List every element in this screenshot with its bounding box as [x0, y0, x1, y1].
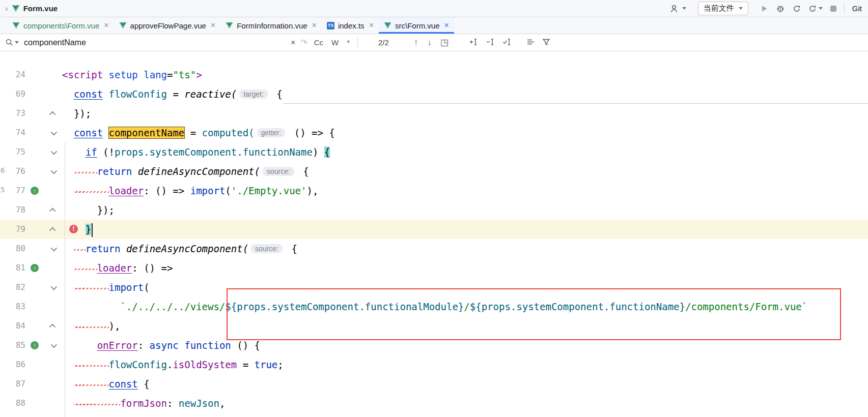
line-number[interactable]: 69 [0, 84, 25, 104]
gutter-marker-empty [25, 355, 44, 374]
line-number[interactable]: 85 [0, 336, 25, 355]
gutter-marker-empty [25, 394, 44, 413]
line-number[interactable]: 78 [0, 200, 25, 220]
run-button[interactable] [760, 5, 768, 13]
tab-components-form.vue[interactable]: components\Form.vue× [7, 17, 114, 34]
code-line-74[interactable]: 74 const componentName = computed(getter… [0, 123, 868, 142]
line-number[interactable]: 73 [0, 104, 25, 123]
select-all-occurrences-icon[interactable] [502, 38, 512, 48]
fold-down-icon[interactable] [44, 239, 62, 258]
code-line-76[interactable]: 76 return defineAsyncComponent(source: { [0, 162, 868, 181]
open-in-find-window-icon[interactable]: ◳ [440, 37, 449, 48]
close-icon[interactable]: × [443, 21, 449, 30]
code-line-81[interactable]: 81↑ loader: () => [0, 258, 868, 278]
vue-icon [12, 22, 20, 29]
line-number[interactable]: 83 [0, 297, 25, 316]
error-icon[interactable]: ! [69, 225, 78, 233]
filter-icon[interactable] [542, 38, 550, 47]
line-number[interactable]: 82 [0, 278, 25, 297]
search-match-highlight: componentName [109, 127, 185, 138]
find-bar-divider [357, 37, 358, 48]
code-with-me-button[interactable] [670, 4, 686, 13]
next-occurrence-button[interactable]: ↓ [427, 38, 432, 48]
code-text: loader: () => import('./Empty.vue'), [62, 181, 868, 200]
toolbar-divider [844, 4, 845, 14]
run-configuration-selector[interactable]: 当前文件 [698, 2, 748, 15]
gutter-up-arrow-icon[interactable]: ↑ [25, 336, 44, 355]
line-number[interactable]: 84 [0, 316, 25, 336]
line-number[interactable]: 75 [0, 142, 25, 162]
search-field[interactable]: × ↷ Cc W * [5, 37, 351, 48]
previous-occurrence-button[interactable]: ↑ [414, 38, 418, 48]
tab-src-form.vue[interactable]: src\Form.vue× [379, 17, 454, 34]
code-line-79[interactable]: 79 }! [0, 220, 868, 239]
rerun-button[interactable] [808, 5, 823, 13]
fold-up-icon[interactable] [44, 316, 62, 336]
occurrences-list-icon[interactable] [526, 38, 535, 47]
code-line-75[interactable]: 75 if (!props.systemComponent.functionNa… [0, 142, 868, 162]
close-icon[interactable]: × [103, 21, 108, 30]
code-line-77[interactable]: 77↑ loader: () => import('./Empty.vue'), [0, 181, 868, 200]
search-input[interactable] [24, 38, 286, 47]
chevron-down-icon [739, 7, 743, 10]
code-line-24[interactable]: 24<script setup lang="ts"> [0, 65, 868, 84]
close-icon[interactable]: × [210, 21, 215, 30]
line-number[interactable]: 87 [0, 374, 25, 394]
match-case-toggle[interactable]: Cc [313, 37, 325, 48]
fold-up-icon[interactable] [44, 104, 62, 123]
gutter-marker-empty [25, 278, 44, 297]
matched-brace-highlight: { [324, 146, 330, 158]
code-line-88[interactable]: 88 formJson: newJson, [0, 394, 868, 413]
gutter-up-arrow-icon[interactable]: ↑ [25, 258, 44, 278]
line-number[interactable]: 86 [0, 355, 25, 374]
find-bar: × ↷ Cc W * 2/2 ↑ ↓ ◳ [0, 34, 868, 51]
code-line-78[interactable]: 78 }); [0, 200, 868, 220]
code-line-73[interactable]: 73 }); [0, 104, 868, 123]
editor-lines: 24<script setup lang="ts">69 const flowC… [0, 65, 868, 413]
line-number[interactable]: 81 [0, 258, 25, 278]
tab-forminformation.vue[interactable]: FormInformation.vue× [220, 17, 322, 34]
coverage-button[interactable] [793, 5, 801, 13]
fold-down-icon[interactable] [44, 278, 62, 297]
line-number[interactable]: 74 [0, 123, 25, 142]
code-line-87[interactable]: 87 const { [0, 374, 868, 394]
fold-down-icon[interactable] [44, 162, 62, 181]
folded-region-separator[interactable] [283, 103, 868, 104]
search-history-icon[interactable]: ↷ [300, 38, 307, 47]
code-line-69[interactable]: 69 const flowConfig = reactive(target: { [0, 84, 868, 104]
code-editor[interactable]: 24<script setup lang="ts">69 const flowC… [0, 52, 868, 417]
fold-up-icon[interactable] [44, 220, 62, 239]
fold-down-icon[interactable] [44, 336, 62, 355]
line-number[interactable]: 80 [0, 239, 25, 258]
vue-icon [119, 22, 127, 29]
stop-button[interactable] [830, 6, 836, 12]
close-icon[interactable]: × [311, 21, 317, 30]
regex-toggle[interactable]: * [345, 37, 351, 48]
gutter-marker-empty [25, 84, 44, 104]
line-number[interactable]: 79 [0, 220, 25, 239]
tab-approveflowpage.vue[interactable]: approveFlowPage.vue× [114, 17, 221, 34]
code-text: } [62, 220, 868, 239]
fold-down-icon[interactable] [44, 142, 62, 162]
add-occurrence-icon[interactable] [469, 38, 479, 48]
search-icon[interactable] [5, 38, 19, 47]
fold-empty [44, 394, 62, 413]
git-menu[interactable]: Git [852, 4, 862, 13]
words-toggle[interactable]: W [330, 37, 340, 48]
code-line-80[interactable]: 80 return defineAsyncComponent(source: { [0, 239, 868, 258]
code-text: const componentName = computed(getter: (… [62, 123, 868, 142]
remove-occurrence-icon[interactable] [486, 38, 495, 48]
code-line-86[interactable]: 86 flowConfig.isOldSystem = true; [0, 355, 868, 374]
line-number[interactable]: 88 [0, 394, 25, 413]
gutter-marker-empty [25, 220, 44, 239]
gutter-up-arrow-icon[interactable]: ↑ [25, 181, 44, 200]
close-icon[interactable]: × [368, 21, 374, 30]
debug-button[interactable] [776, 5, 785, 13]
fold-up-icon[interactable] [44, 200, 62, 220]
inlay-hint: getter: [257, 128, 286, 137]
clear-search-icon[interactable]: × [291, 38, 295, 47]
line-number[interactable]: 24 [0, 65, 25, 84]
fold-down-icon[interactable] [44, 123, 62, 142]
tab-index.ts[interactable]: TSindex.ts× [322, 17, 379, 34]
code-text: return defineAsyncComponent(source: { [62, 162, 868, 181]
